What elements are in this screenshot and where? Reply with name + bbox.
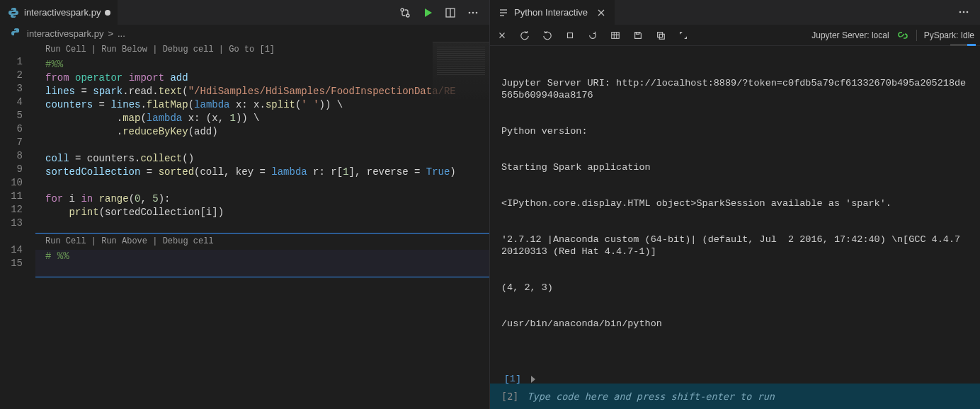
svg-rect-17: [568, 33, 573, 38]
output-header-line: '2.7.12 |Anaconda custom (64-bit)| (defa…: [501, 234, 969, 258]
python-file-icon: [7, 6, 20, 19]
split-editor-icon[interactable]: [444, 6, 457, 19]
dirty-indicator-icon: [105, 10, 110, 16]
svg-point-13: [963, 11, 965, 13]
code-lens-bottom[interactable]: Run Cell | Run Above | Debug cell: [35, 233, 489, 250]
cell-prompt: [1]: [501, 373, 521, 384]
interactive-toolbar: Jupyter Server: local PySpark: Idle: [490, 25, 980, 46]
redo-icon[interactable]: [518, 29, 531, 42]
svg-point-4: [469, 11, 471, 13]
svg-rect-23: [658, 32, 663, 37]
cell-1: [1] from operator import add...: [501, 373, 969, 384]
line-gutter: 1 2 3 4 5 6 7 8 9 10 11 12 13 14 15: [0, 42, 35, 409]
editor-tab-label: interactivespark.py: [24, 7, 101, 18]
breadcrumb-file: interactivespark.py: [27, 28, 103, 39]
restart-icon[interactable]: [586, 29, 599, 42]
editor-tab[interactable]: interactivespark.py: [0, 0, 118, 25]
run-icon[interactable]: [421, 6, 434, 19]
export-icon[interactable]: [654, 29, 667, 42]
output-header-line: <IPython.core.display.HTML object>SparkS…: [501, 197, 969, 209]
git-compare-icon[interactable]: [399, 6, 411, 19]
output-header-line: (4, 2, 3): [501, 282, 969, 294]
breadcrumb-tail: ...: [118, 28, 125, 39]
pyspark-status[interactable]: PySpark: Idle: [924, 30, 974, 40]
chevron-right-icon[interactable]: [527, 373, 540, 384]
interactive-tab-bar: Python Interactive: [490, 0, 980, 25]
output-header-line: Starting Spark application: [501, 161, 969, 173]
close-icon[interactable]: [496, 29, 508, 42]
output-header-line: /usr/bin/anaconda/bin/python: [501, 318, 969, 330]
python-file-icon: [10, 27, 23, 40]
svg-point-5: [472, 11, 474, 13]
jupyter-server-status[interactable]: Jupyter Server: local: [811, 30, 889, 40]
undo-icon[interactable]: [541, 29, 554, 42]
interactive-tab-label: Python Interactive: [514, 7, 588, 18]
code-area[interactable]: Run Cell | Run Below | Debug cell | Go t…: [35, 42, 489, 409]
expand-icon[interactable]: [677, 29, 690, 42]
breadcrumb[interactable]: interactivespark.py > ...: [0, 25, 489, 42]
svg-point-6: [476, 11, 478, 13]
interactive-input[interactable]: [2] Type code here and press shift-enter…: [490, 384, 980, 409]
code-lens-top[interactable]: Run Cell | Run Below | Debug cell | Go t…: [35, 42, 489, 58]
output-header-line: Jupyter Server URI: http://localhost:888…: [501, 77, 969, 101]
more-icon[interactable]: [467, 6, 479, 19]
svg-rect-22: [636, 32, 639, 34]
python-interactive-icon: [497, 6, 510, 19]
interactive-tab[interactable]: Python Interactive: [490, 0, 615, 25]
input-placeholder: Type code here and press shift-enter to …: [527, 391, 775, 402]
variables-icon[interactable]: [609, 29, 622, 42]
close-icon[interactable]: [595, 6, 608, 19]
svg-point-14: [967, 11, 969, 13]
interactive-pane: Python Interactive Jupyter Server: local: [490, 0, 980, 409]
more-icon[interactable]: [957, 6, 970, 18]
svg-rect-18: [612, 32, 620, 38]
breadcrumb-sep: >: [108, 28, 113, 39]
progress-bar: [950, 44, 976, 46]
code-editor[interactable]: 1 2 3 4 5 6 7 8 9 10 11 12 13 14 15 Run …: [0, 42, 489, 409]
interactive-output: Jupyter Server URI: http://localhost:888…: [490, 46, 980, 384]
minimap[interactable]: [433, 42, 489, 105]
svg-rect-24: [659, 34, 664, 39]
editor-pane: interactivespark.py interactivespark.py …: [0, 0, 490, 409]
save-icon[interactable]: [632, 29, 644, 42]
input-prompt: [2]: [501, 391, 518, 402]
svg-point-12: [959, 11, 962, 13]
editor-tab-bar: interactivespark.py: [0, 0, 489, 25]
stop-icon[interactable]: [564, 29, 576, 42]
link-icon[interactable]: [896, 29, 909, 42]
output-header-line: Python version:: [501, 125, 969, 137]
